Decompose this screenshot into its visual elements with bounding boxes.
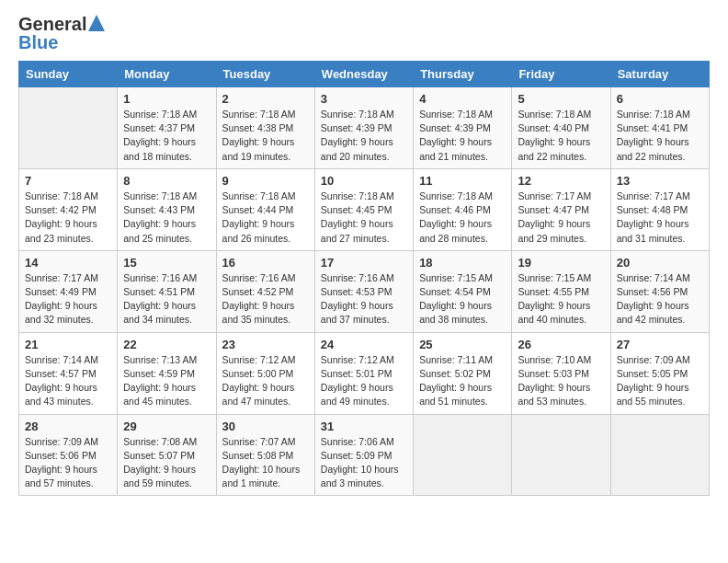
day-cell: 1Sunrise: 7:18 AMSunset: 4:37 PMDaylight… <box>118 87 216 169</box>
day-cell: 7Sunrise: 7:18 AMSunset: 4:42 PMDaylight… <box>19 168 118 250</box>
day-number: 9 <box>222 174 309 188</box>
day-cell: 3Sunrise: 7:18 AMSunset: 4:39 PMDaylight… <box>314 87 413 169</box>
day-number: 26 <box>518 338 604 351</box>
day-number: 20 <box>617 256 703 270</box>
day-info: Sunrise: 7:11 AMSunset: 5:02 PMDaylight:… <box>419 353 506 409</box>
logo-triangle-icon <box>88 15 105 31</box>
week-row-1: 1Sunrise: 7:18 AMSunset: 4:37 PMDaylight… <box>19 87 710 169</box>
logo-blue-text: Blue <box>18 33 105 52</box>
day-number: 24 <box>321 338 407 351</box>
week-row-4: 21Sunrise: 7:14 AMSunset: 4:57 PMDayligh… <box>19 332 710 414</box>
day-number: 17 <box>321 256 407 270</box>
day-number: 15 <box>123 256 210 270</box>
day-info: Sunrise: 7:18 AMSunset: 4:39 PMDaylight:… <box>419 108 506 164</box>
day-number: 23 <box>222 338 309 351</box>
day-number: 28 <box>25 419 111 433</box>
day-info: Sunrise: 7:18 AMSunset: 4:39 PMDaylight:… <box>321 108 407 164</box>
col-header-monday: Monday <box>118 62 216 87</box>
day-info: Sunrise: 7:18 AMSunset: 4:38 PMDaylight:… <box>222 108 309 164</box>
day-info: Sunrise: 7:09 AMSunset: 5:05 PMDaylight:… <box>617 353 703 409</box>
day-info: Sunrise: 7:18 AMSunset: 4:37 PMDaylight:… <box>123 108 210 164</box>
day-info: Sunrise: 7:18 AMSunset: 4:44 PMDaylight:… <box>222 190 309 246</box>
day-info: Sunrise: 7:10 AMSunset: 5:03 PMDaylight:… <box>518 353 604 409</box>
day-cell: 15Sunrise: 7:16 AMSunset: 4:51 PMDayligh… <box>118 250 216 332</box>
day-cell: 20Sunrise: 7:14 AMSunset: 4:56 PMDayligh… <box>610 250 709 332</box>
day-number: 30 <box>222 419 309 433</box>
day-info: Sunrise: 7:18 AMSunset: 4:40 PMDaylight:… <box>518 108 604 164</box>
day-info: Sunrise: 7:18 AMSunset: 4:45 PMDaylight:… <box>321 190 407 246</box>
day-number: 3 <box>321 92 407 106</box>
day-info: Sunrise: 7:14 AMSunset: 4:57 PMDaylight:… <box>25 353 111 409</box>
day-number: 16 <box>222 256 309 270</box>
day-cell <box>512 414 610 496</box>
day-number: 11 <box>419 174 506 188</box>
day-cell: 13Sunrise: 7:17 AMSunset: 4:48 PMDayligh… <box>610 168 709 250</box>
day-cell: 9Sunrise: 7:18 AMSunset: 4:44 PMDaylight… <box>216 168 314 250</box>
day-number: 5 <box>518 92 604 106</box>
day-cell: 8Sunrise: 7:18 AMSunset: 4:43 PMDaylight… <box>118 168 216 250</box>
col-header-thursday: Thursday <box>414 62 512 87</box>
day-cell: 16Sunrise: 7:16 AMSunset: 4:52 PMDayligh… <box>216 250 314 332</box>
day-cell: 18Sunrise: 7:15 AMSunset: 4:54 PMDayligh… <box>414 250 512 332</box>
day-cell: 2Sunrise: 7:18 AMSunset: 4:38 PMDaylight… <box>216 87 314 169</box>
day-cell: 10Sunrise: 7:18 AMSunset: 4:45 PMDayligh… <box>314 168 413 250</box>
day-cell: 25Sunrise: 7:11 AMSunset: 5:02 PMDayligh… <box>414 332 512 414</box>
day-number: 18 <box>419 256 506 270</box>
day-info: Sunrise: 7:16 AMSunset: 4:52 PMDaylight:… <box>222 271 309 327</box>
col-header-wednesday: Wednesday <box>314 62 413 87</box>
day-number: 12 <box>518 174 604 188</box>
day-number: 22 <box>123 338 210 351</box>
day-number: 6 <box>617 92 703 106</box>
day-number: 10 <box>321 174 407 188</box>
day-info: Sunrise: 7:18 AMSunset: 4:41 PMDaylight:… <box>617 108 703 164</box>
calendar-header-row: SundayMondayTuesdayWednesdayThursdayFrid… <box>19 62 710 87</box>
logo: General Blue <box>18 15 105 52</box>
day-cell <box>610 414 709 496</box>
col-header-saturday: Saturday <box>610 62 709 87</box>
day-number: 31 <box>321 419 407 433</box>
day-number: 14 <box>25 256 111 270</box>
day-info: Sunrise: 7:09 AMSunset: 5:06 PMDaylight:… <box>25 435 111 491</box>
day-number: 25 <box>419 338 506 351</box>
day-cell: 21Sunrise: 7:14 AMSunset: 4:57 PMDayligh… <box>19 332 118 414</box>
day-number: 27 <box>617 338 703 351</box>
day-info: Sunrise: 7:12 AMSunset: 5:01 PMDaylight:… <box>321 353 407 409</box>
calendar-table: SundayMondayTuesdayWednesdayThursdayFrid… <box>18 61 710 496</box>
day-cell: 5Sunrise: 7:18 AMSunset: 4:40 PMDaylight… <box>512 87 610 169</box>
day-cell: 24Sunrise: 7:12 AMSunset: 5:01 PMDayligh… <box>314 332 413 414</box>
day-number: 29 <box>123 419 210 433</box>
day-info: Sunrise: 7:12 AMSunset: 5:00 PMDaylight:… <box>222 353 309 409</box>
day-info: Sunrise: 7:18 AMSunset: 4:43 PMDaylight:… <box>123 190 210 246</box>
col-header-sunday: Sunday <box>19 62 118 87</box>
day-number: 2 <box>222 92 309 106</box>
day-number: 8 <box>123 174 210 188</box>
day-info: Sunrise: 7:06 AMSunset: 5:09 PMDaylight:… <box>321 435 407 491</box>
day-number: 7 <box>25 174 111 188</box>
day-info: Sunrise: 7:16 AMSunset: 4:53 PMDaylight:… <box>321 271 407 327</box>
day-cell: 11Sunrise: 7:18 AMSunset: 4:46 PMDayligh… <box>414 168 512 250</box>
day-cell: 23Sunrise: 7:12 AMSunset: 5:00 PMDayligh… <box>216 332 314 414</box>
week-row-2: 7Sunrise: 7:18 AMSunset: 4:42 PMDaylight… <box>19 168 710 250</box>
day-number: 21 <box>25 338 111 351</box>
day-cell <box>19 87 118 169</box>
day-cell: 27Sunrise: 7:09 AMSunset: 5:05 PMDayligh… <box>610 332 709 414</box>
day-cell: 26Sunrise: 7:10 AMSunset: 5:03 PMDayligh… <box>512 332 610 414</box>
day-cell <box>414 414 512 496</box>
day-info: Sunrise: 7:16 AMSunset: 4:51 PMDaylight:… <box>123 271 210 327</box>
day-cell: 4Sunrise: 7:18 AMSunset: 4:39 PMDaylight… <box>414 87 512 169</box>
day-number: 19 <box>518 256 604 270</box>
day-cell: 12Sunrise: 7:17 AMSunset: 4:47 PMDayligh… <box>512 168 610 250</box>
week-row-5: 28Sunrise: 7:09 AMSunset: 5:06 PMDayligh… <box>19 414 710 496</box>
header: General Blue <box>18 15 710 52</box>
day-cell: 30Sunrise: 7:07 AMSunset: 5:08 PMDayligh… <box>216 414 314 496</box>
col-header-friday: Friday <box>512 62 610 87</box>
day-cell: 29Sunrise: 7:08 AMSunset: 5:07 PMDayligh… <box>118 414 216 496</box>
day-cell: 28Sunrise: 7:09 AMSunset: 5:06 PMDayligh… <box>19 414 118 496</box>
day-info: Sunrise: 7:18 AMSunset: 4:46 PMDaylight:… <box>419 190 506 246</box>
day-info: Sunrise: 7:17 AMSunset: 4:49 PMDaylight:… <box>25 271 111 327</box>
day-cell: 19Sunrise: 7:15 AMSunset: 4:55 PMDayligh… <box>512 250 610 332</box>
day-number: 1 <box>123 92 210 106</box>
day-cell: 17Sunrise: 7:16 AMSunset: 4:53 PMDayligh… <box>314 250 413 332</box>
day-number: 4 <box>419 92 506 106</box>
svg-marker-0 <box>88 15 105 31</box>
